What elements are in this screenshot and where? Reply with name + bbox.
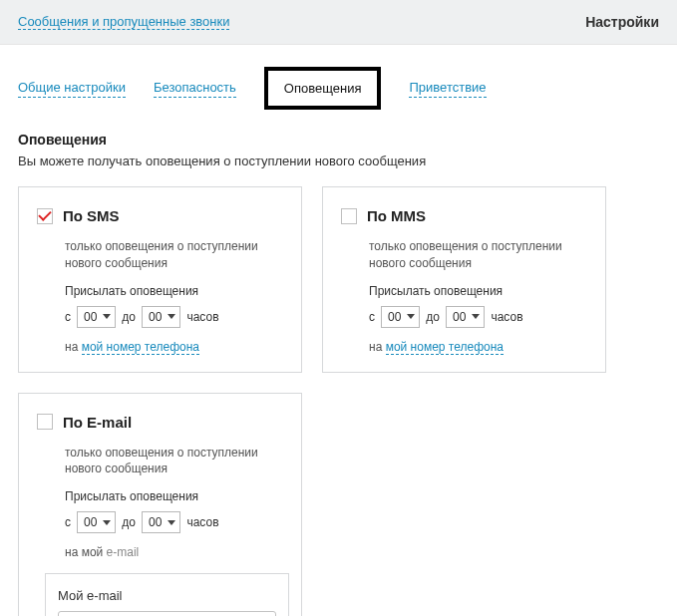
email-input-label: Мой e-mail <box>58 588 276 603</box>
select-mms-from[interactable]: 00 <box>381 306 420 328</box>
caret-down-icon <box>407 314 415 319</box>
card-mms: По MMS только оповещения о поступлении н… <box>322 186 606 373</box>
card-mms-head: По MMS <box>337 207 591 224</box>
select-sms-to-value: 00 <box>149 310 166 324</box>
card-email-head: По E-mail <box>33 414 287 431</box>
card-mms-sub: только оповещения о поступлении нового с… <box>369 238 591 272</box>
content: Общие настройки Безопасность Оповещения … <box>0 45 677 616</box>
caret-down-icon <box>103 520 111 525</box>
card-sms-body: только оповещения о поступлении нового с… <box>33 238 287 354</box>
card-email-sub: только оповещения о поступлении нового с… <box>65 445 287 478</box>
caret-down-icon <box>472 314 480 319</box>
select-email-to[interactable]: 00 <box>142 511 180 533</box>
caret-down-icon <box>168 520 175 525</box>
select-mms-to[interactable]: 00 <box>446 306 485 328</box>
label-from: с <box>369 310 375 324</box>
label-hours: часов <box>186 310 218 324</box>
card-mms-body: только оповещения о поступлении нового с… <box>337 238 591 354</box>
card-email-time-row: с 00 до 00 часов <box>65 511 287 533</box>
cards-row: По SMS только оповещения о поступлении н… <box>18 186 659 616</box>
label-to: до <box>122 515 136 529</box>
card-email: По E-mail только оповещения о поступлени… <box>18 393 302 616</box>
label-to: до <box>426 310 440 324</box>
section-title: Оповещения <box>18 132 659 148</box>
tabs: Общие настройки Безопасность Оповещения … <box>18 45 659 128</box>
label-hours: часов <box>491 310 522 324</box>
checkbox-mms[interactable] <box>341 208 357 224</box>
select-mms-from-value: 00 <box>388 310 405 324</box>
tab-general[interactable]: Общие настройки <box>18 80 126 98</box>
card-sms-send-label: Присылать оповещения <box>65 284 287 298</box>
tab-security[interactable]: Безопасность <box>154 80 236 98</box>
card-email-body: только оповещения о поступлении нового с… <box>33 445 287 616</box>
card-sms-sub: только оповещения о поступлении нового с… <box>65 238 287 272</box>
tab-greeting[interactable]: Приветствие <box>409 80 486 98</box>
label-from: с <box>65 310 71 324</box>
select-sms-to[interactable]: 00 <box>142 306 180 328</box>
tab-notifications[interactable]: Оповещения <box>264 67 382 110</box>
checkbox-sms[interactable] <box>37 208 53 224</box>
email-input[interactable] <box>58 611 276 616</box>
card-sms-title: По SMS <box>63 207 120 224</box>
section-desc: Вы можете получать оповещения о поступле… <box>18 154 659 168</box>
select-sms-from[interactable]: 00 <box>77 306 116 328</box>
caret-down-icon <box>168 314 175 319</box>
email-input-block: Мой e-mail <box>45 573 289 616</box>
checkbox-email[interactable] <box>37 414 53 430</box>
card-sms-head: По SMS <box>33 207 287 224</box>
card-email-send-label: Присылать оповещения <box>65 489 287 503</box>
caret-down-icon <box>103 314 111 319</box>
card-email-link-row: на мой e-mail <box>65 545 287 559</box>
select-mms-to-value: 00 <box>453 310 470 324</box>
card-sms-link-row: на мой номер телефона <box>65 340 287 354</box>
label-on: на <box>65 340 78 354</box>
select-email-from[interactable]: 00 <box>77 511 116 533</box>
select-email-to-value: 00 <box>149 515 166 529</box>
page-title: Настройки <box>585 14 659 30</box>
card-mms-link-row: на мой номер телефона <box>369 340 591 354</box>
card-sms-time-row: с 00 до 00 часов <box>65 306 287 328</box>
label-to: до <box>122 310 136 324</box>
select-email-from-value: 00 <box>84 515 101 529</box>
card-email-title: По E-mail <box>63 414 132 431</box>
select-sms-from-value: 00 <box>84 310 101 324</box>
label-hours: часов <box>186 515 218 529</box>
label-from: с <box>65 515 71 529</box>
link-sms-phone[interactable]: мой номер телефона <box>82 340 199 355</box>
label-on: на <box>369 340 382 354</box>
label-on-my: на мой <box>65 545 103 559</box>
topbar: Сообщения и пропущенные звонки Настройки <box>0 0 677 45</box>
card-mms-time-row: с 00 до 00 часов <box>369 306 591 328</box>
card-mms-title: По MMS <box>367 207 426 224</box>
breadcrumb[interactable]: Сообщения и пропущенные звонки <box>18 14 229 30</box>
link-mms-phone[interactable]: мой номер телефона <box>386 340 504 355</box>
label-email-suffix: e-mail <box>107 545 140 559</box>
card-mms-send-label: Присылать оповещения <box>369 284 591 298</box>
card-sms: По SMS только оповещения о поступлении н… <box>18 186 302 373</box>
